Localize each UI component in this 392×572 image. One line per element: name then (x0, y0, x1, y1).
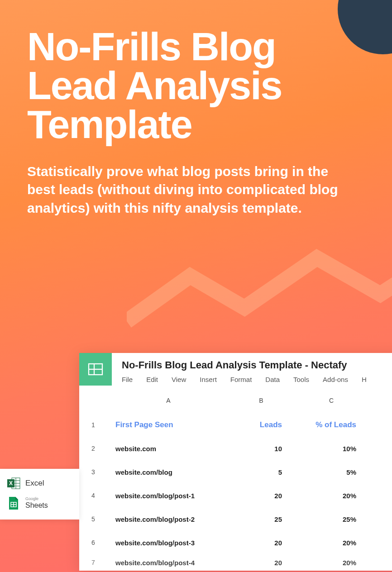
excel-badge: X Excel (6, 473, 73, 493)
col-header-a: A (107, 397, 229, 404)
cell-page[interactable]: website.com/blog (107, 468, 229, 476)
spreadsheet-menu: File Edit View Insert Format Data Tools … (122, 376, 392, 383)
hero-section: No-Frills Blog Lead Analysis Template St… (0, 0, 392, 217)
cell-leads[interactable]: 20 (229, 492, 293, 500)
spreadsheet-header: No-Frills Blog Lead Analysis Template - … (79, 353, 392, 388)
spreadsheet-logo-icon (79, 353, 112, 386)
header-leads[interactable]: Leads (229, 420, 293, 429)
column-headers: A B C (79, 388, 392, 413)
menu-format[interactable]: Format (230, 376, 252, 383)
spreadsheet-body: 1 First Page Seen Leads % of Leads 2 web… (79, 413, 392, 571)
excel-icon: X (6, 476, 21, 491)
menu-view[interactable]: View (172, 376, 186, 383)
sheets-icon (6, 496, 21, 510)
row-number: 4 (79, 492, 107, 499)
row-number: 6 (79, 539, 107, 546)
col-header-b: B (229, 397, 293, 404)
sheets-label: Google Sheets (25, 497, 48, 510)
cell-leads[interactable]: 10 (229, 445, 293, 453)
format-badges: X Excel Google Sheets (0, 469, 79, 520)
chart-decoration (127, 249, 392, 330)
page-title: No-Frills Blog Lead Analysis Template (27, 27, 365, 144)
cell-pct[interactable]: 20% (293, 559, 370, 567)
menu-addons[interactable]: Add-ons (323, 376, 348, 383)
cell-page[interactable]: website.com/blog/post-1 (107, 492, 229, 500)
header-pct-leads[interactable]: % of Leads (293, 420, 370, 429)
row-number: 3 (79, 468, 107, 476)
table-row: 2 website.com 10 10% (79, 437, 392, 460)
row-number: 2 (79, 445, 107, 452)
table-header-row: 1 First Page Seen Leads % of Leads (79, 413, 392, 437)
spreadsheet-window: No-Frills Blog Lead Analysis Template - … (79, 353, 392, 571)
excel-label: Excel (25, 479, 44, 488)
header-first-page[interactable]: First Page Seen (107, 420, 229, 429)
cell-leads[interactable]: 20 (229, 539, 293, 547)
menu-help[interactable]: H (362, 376, 367, 383)
table-row: 6 website.com/blog/post-3 20 20% (79, 531, 392, 554)
cell-pct[interactable]: 25% (293, 515, 370, 523)
cell-pct[interactable]: 20% (293, 539, 370, 547)
col-header-c: C (293, 397, 370, 404)
table-row: 3 website.com/blog 5 5% (79, 460, 392, 484)
row-number: 5 (79, 515, 107, 523)
svg-text:X: X (9, 480, 13, 486)
menu-insert[interactable]: Insert (200, 376, 217, 383)
cell-page[interactable]: website.com (107, 445, 229, 453)
menu-edit[interactable]: Edit (146, 376, 158, 383)
table-row: 5 website.com/blog/post-2 25 25% (79, 507, 392, 531)
cell-page[interactable]: website.com/blog/post-3 (107, 539, 229, 547)
row-number: 7 (79, 559, 107, 566)
cell-leads[interactable]: 20 (229, 559, 293, 567)
cell-page[interactable]: website.com/blog/post-2 (107, 515, 229, 523)
sheets-badge: Google Sheets (6, 493, 73, 513)
cell-leads[interactable]: 25 (229, 515, 293, 523)
row-number: 1 (79, 421, 107, 429)
cell-pct[interactable]: 20% (293, 492, 370, 500)
page-subtitle: Statistically prove what blog posts brin… (27, 162, 353, 218)
cell-leads[interactable]: 5 (229, 468, 293, 476)
table-row: 7 website.com/blog/post-4 20 20% (79, 554, 392, 571)
cell-page[interactable]: website.com/blog/post-4 (107, 559, 229, 567)
menu-tools[interactable]: Tools (293, 376, 309, 383)
menu-data[interactable]: Data (265, 376, 280, 383)
cell-pct[interactable]: 5% (293, 468, 370, 476)
table-row: 4 website.com/blog/post-1 20 20% (79, 484, 392, 507)
menu-file[interactable]: File (122, 376, 133, 383)
cell-pct[interactable]: 10% (293, 445, 370, 453)
spreadsheet-title: No-Frills Blog Lead Analysis Template - … (122, 359, 392, 371)
